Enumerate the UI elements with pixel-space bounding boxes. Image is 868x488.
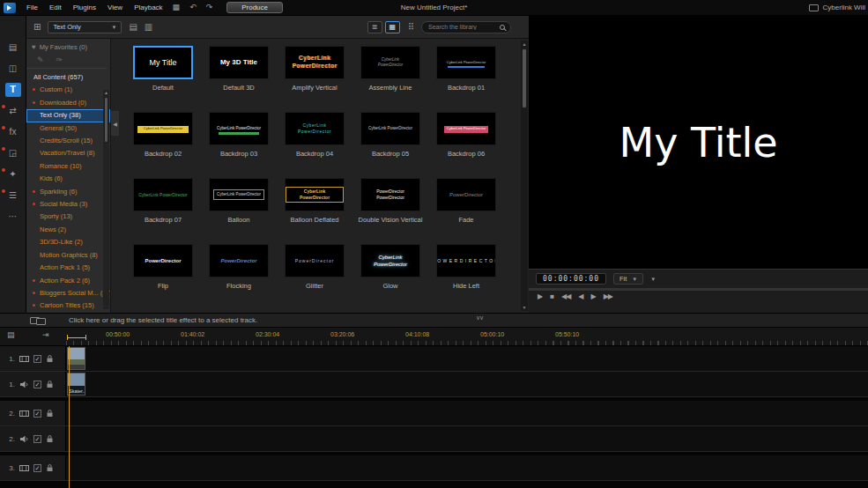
title-template-default-3d[interactable]: My 3D Title Default 3D (201, 46, 277, 112)
title-template-thumbnail[interactable]: CyberLink PowerDirector (285, 46, 345, 79)
title-template-backdrop-01[interactable]: CyberLink PowerDirector Backdrop 01 (428, 46, 504, 112)
scrollbar-thumb[interactable] (104, 97, 108, 143)
cast-icon[interactable] (809, 4, 819, 11)
pen-icon[interactable]: ✎ (37, 55, 44, 64)
title-template-thumbnail[interactable]: CyberLink PowerDirector (133, 178, 193, 211)
title-template-backdrop-02[interactable]: CyberLink PowerDirector Backdrop 02 (125, 112, 201, 178)
lock-icon[interactable] (46, 434, 54, 443)
category-custom[interactable]: Custom (1) (26, 84, 110, 96)
title-template-flocking[interactable]: PowerDirector Flocking (201, 244, 277, 310)
title-template-thumbnail[interactable]: CyberLink PowerDirector (360, 46, 420, 79)
library-menu-icon[interactable]: ⠿ (408, 23, 414, 32)
play-button[interactable]: ▶ (538, 293, 542, 300)
rooms-grid-icon[interactable]: ▦ (173, 4, 181, 11)
title-template-double-vision-vertical[interactable]: PowerDirector PowerDirector Double Visio… (352, 178, 428, 244)
title-template-backdrop-07[interactable]: CyberLink PowerDirector Backdrop 07 (125, 178, 201, 244)
category-motion-graphics[interactable]: Motion Graphics (8) (26, 249, 110, 262)
category-scrollbar[interactable]: ▲ (103, 90, 109, 309)
track-header[interactable]: 2. ✓ (0, 401, 66, 425)
playhead[interactable] (69, 346, 70, 488)
track-lane[interactable] (66, 426, 868, 451)
category-action-pack-1[interactable]: Action Pack 1 (5) (26, 262, 110, 274)
category-downloaded[interactable]: Downloaded (0) (26, 97, 110, 109)
timecode-display[interactable]: 00:00:00:00 (536, 273, 606, 285)
effect-room-button[interactable]: fx (0, 123, 26, 140)
title-template-thumbnail[interactable]: CyberLink PowerDirector (133, 112, 193, 145)
more-rooms-button[interactable]: ⋯ (0, 208, 26, 225)
title-template-thumbnail[interactable]: PowerDirector (285, 244, 345, 277)
preview-title-object[interactable]: My Title (619, 119, 777, 166)
title-template-backdrop-04[interactable]: CyberLink PowerDirector Backdrop 04 (277, 112, 352, 178)
title-template-thumbnail[interactable]: CyberLink PowerDirector (209, 178, 269, 211)
list-view-icon[interactable]: ≣ (367, 21, 382, 33)
category-3d-3d-like[interactable]: 3D/3D-Like (2) (26, 236, 110, 248)
title-template-thumbnail[interactable]: CyberLink PowerDirector (285, 178, 345, 211)
category-sporty[interactable]: Sporty (13) (26, 211, 110, 223)
track-enable-checkbox[interactable]: ✓ (33, 355, 41, 363)
track-lane[interactable] (66, 346, 868, 371)
ruler-range-handle[interactable] (67, 335, 86, 340)
redo-icon[interactable]: ↷ (206, 4, 213, 11)
lock-icon[interactable] (46, 380, 54, 388)
category-news[interactable]: News (2) (26, 224, 110, 236)
rewind-button[interactable]: ◀◀ (561, 293, 570, 300)
track-lane[interactable] (66, 401, 868, 425)
grid-scrollbar[interactable]: ▲ ▼ (521, 41, 528, 311)
scroll-down-icon[interactable]: ▼ (521, 304, 528, 311)
title-template-default[interactable]: My Title Default (125, 46, 201, 112)
title-template-thumbnail[interactable]: PowerDirector (133, 244, 193, 277)
track-enable-checkbox[interactable]: ✓ (33, 410, 41, 418)
title-template-amplify-vertical[interactable]: CyberLink PowerDirector Amplify Vertical (277, 46, 352, 112)
import-title-icon[interactable]: ⊞ (33, 23, 41, 32)
range-select-icon[interactable]: ⇥ (42, 331, 49, 339)
title-template-thumbnail[interactable]: PowerDirector (209, 244, 269, 277)
transition-room-button[interactable]: ⇄ (0, 102, 26, 119)
search-icon[interactable] (500, 25, 505, 30)
scroll-up-icon[interactable]: ▲ (103, 90, 109, 96)
templates-room-button[interactable]: ◫ (0, 60, 26, 77)
title-template-thumbnail[interactable]: CyberLink PowerDirector (360, 112, 420, 145)
title-template-glow[interactable]: CyberLink PowerDirector Glow (352, 244, 428, 310)
category-all-content[interactable]: All Content (657) (26, 71, 110, 84)
next-frame-button[interactable]: ▶ (590, 293, 595, 300)
menu-view[interactable]: View (108, 4, 122, 11)
title-template-balloon[interactable]: CyberLink PowerDirector Balloon (201, 178, 277, 244)
title-template-thumbnail[interactable]: My 3D Title (209, 46, 269, 79)
track-lane[interactable]: Skater... (66, 372, 868, 396)
timeline-clip-video[interactable] (67, 347, 85, 370)
previous-frame-button[interactable]: ◀ (578, 293, 582, 300)
title-template-thumbnail[interactable]: CyberLink PowerDirector (436, 46, 496, 79)
title-template-balloon-deflated[interactable]: CyberLink PowerDirector Balloon Deflated (277, 178, 352, 244)
stop-button[interactable]: ■ (550, 293, 553, 300)
status-hint[interactable]: Click here or drag the selected title ef… (69, 316, 257, 324)
category-credits-scroll[interactable]: Credits/Scroll (15) (26, 135, 110, 147)
title-template-thumbnail[interactable]: CyberLink PowerDirector (360, 244, 420, 277)
brush-icon[interactable]: ✑ (56, 55, 63, 64)
collapse-panel-chevrons[interactable]: ∨∨ (476, 314, 483, 322)
lock-icon[interactable] (46, 409, 54, 418)
title-room-button[interactable]: T (0, 81, 26, 98)
title-template-thumbnail[interactable]: POWERDIRECTOR (436, 244, 496, 277)
title-template-thumbnail[interactable]: CyberLink PowerDirector (285, 112, 345, 145)
search-input[interactable] (428, 22, 499, 33)
collapse-category-arrow[interactable]: ◀ (111, 111, 119, 136)
category-action-pack-2[interactable]: Action Pack 2 (6) (26, 275, 110, 287)
track-lane[interactable] (66, 455, 868, 480)
save-template-icon[interactable]: ▥ (145, 23, 152, 32)
scrollbar-thumb[interactable] (522, 48, 527, 108)
track-header[interactable]: 1. ✓ (0, 372, 66, 396)
account-name[interactable]: Cyberlink Will (823, 4, 865, 11)
title-template-fade[interactable]: PowerDirector Fade (428, 178, 504, 244)
menu-file[interactable]: File (26, 4, 38, 11)
category-bloggers-social-m[interactable]: Bloggers Social M... (27) (26, 287, 110, 299)
category-general[interactable]: General (50) (26, 122, 110, 135)
title-template-hide-left[interactable]: POWERDIRECTOR Hide Left (428, 244, 504, 310)
lock-icon[interactable] (46, 463, 54, 472)
timeline-ruler[interactable]: ▤ ⇥ 00:50:0001:40:0202:30:0403:20:0604:1… (0, 328, 868, 346)
title-template-thumbnail[interactable]: CyberLink PowerDirector (209, 112, 269, 145)
favorites-row[interactable]: ♥ My Favorites (0) (26, 39, 110, 54)
title-template-flip[interactable]: PowerDirector Flip (125, 244, 201, 310)
grid-view-icon[interactable]: ▦ (385, 21, 400, 33)
title-template-backdrop-03[interactable]: CyberLink PowerDirector Backdrop 03 (201, 112, 277, 178)
lock-icon[interactable] (46, 354, 54, 363)
